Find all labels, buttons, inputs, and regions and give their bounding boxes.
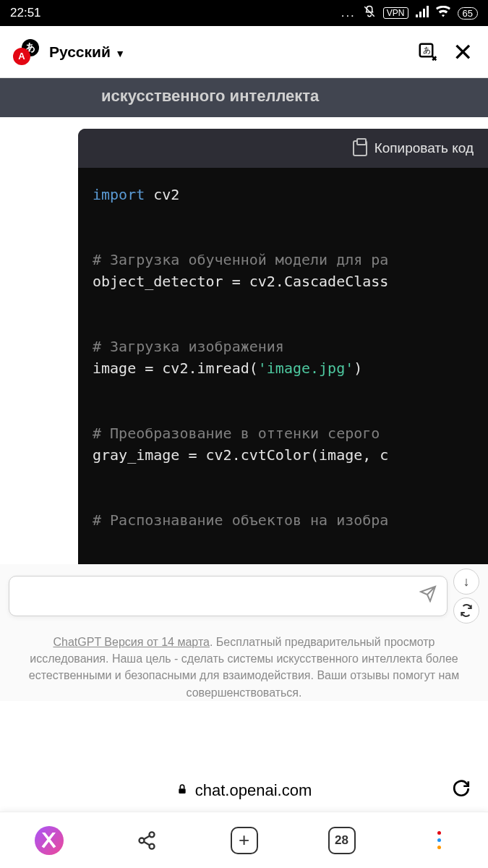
- browser-bottom-nav: + 28: [0, 812, 488, 868]
- svg-rect-4: [427, 6, 429, 17]
- status-icons: ... VPN 65: [341, 5, 478, 22]
- input-area: ↓ ChatGPT Версия от 14 марта. Бесплатный…: [0, 564, 488, 701]
- svg-rect-7: [179, 788, 185, 793]
- mute-icon: [363, 5, 376, 22]
- menu-button[interactable]: [422, 823, 457, 858]
- tabs-count: 28: [328, 827, 356, 854]
- share-button[interactable]: [129, 823, 164, 858]
- vpn-badge: VPN: [383, 7, 408, 19]
- svg-point-8: [149, 832, 154, 837]
- home-button[interactable]: [32, 823, 67, 858]
- url-text: chat.openai.com: [195, 781, 312, 800]
- reload-icon[interactable]: [452, 779, 471, 803]
- code-header: Копировать код: [78, 129, 488, 168]
- footer-disclaimer: ChatGPT Версия от 14 марта. Бесплатный п…: [9, 634, 479, 701]
- battery-badge: 65: [458, 7, 478, 20]
- content-separator: [0, 78, 488, 85]
- translate-bar: あ A Русский ▼ あ ✕: [0, 26, 488, 78]
- regenerate-button[interactable]: [453, 597, 479, 624]
- yandex-logo-icon: [35, 826, 64, 855]
- status-time: 22:51: [10, 6, 41, 20]
- code-block: Копировать код import cv2 # Загрузка обу…: [78, 129, 488, 592]
- language-selector[interactable]: Русский ▼: [49, 43, 125, 61]
- clipboard-icon: [353, 140, 367, 156]
- language-label: Русский: [49, 43, 111, 60]
- assistant-text-fragment: искусственного интеллекта: [0, 85, 488, 117]
- svg-point-9: [139, 838, 144, 843]
- copy-code-button[interactable]: Копировать код: [374, 140, 474, 156]
- lock-icon: [176, 783, 188, 799]
- send-icon[interactable]: [419, 585, 437, 607]
- new-tab-button[interactable]: +: [227, 823, 262, 858]
- message-input[interactable]: [9, 576, 448, 616]
- svg-rect-1: [416, 14, 418, 17]
- svg-point-10: [149, 843, 154, 848]
- scroll-down-button[interactable]: ↓: [453, 569, 479, 595]
- url-bar[interactable]: chat.openai.com: [0, 770, 488, 812]
- code-content: import cv2 # Загрузка обученной модели д…: [78, 168, 488, 547]
- svg-rect-2: [419, 12, 421, 17]
- translate-logo-icon: あ A: [13, 39, 39, 65]
- wifi-icon: [436, 6, 450, 21]
- svg-rect-3: [423, 9, 425, 17]
- version-link[interactable]: ChatGPT Версия от 14 марта: [53, 636, 210, 648]
- tabs-button[interactable]: 28: [325, 823, 359, 858]
- svg-line-11: [143, 835, 149, 839]
- svg-text:あ: あ: [423, 46, 431, 54]
- chevron-down-icon: ▼: [115, 48, 125, 59]
- translate-settings-icon[interactable]: あ: [416, 40, 440, 64]
- svg-line-12: [143, 841, 149, 845]
- menu-dots-icon: [437, 831, 441, 849]
- close-icon[interactable]: ✕: [450, 40, 475, 64]
- status-bar: 22:51 ... VPN 65: [0, 0, 488, 26]
- signal-icon: [416, 6, 429, 21]
- plus-icon: +: [231, 827, 258, 854]
- more-dots-icon: ...: [341, 6, 356, 20]
